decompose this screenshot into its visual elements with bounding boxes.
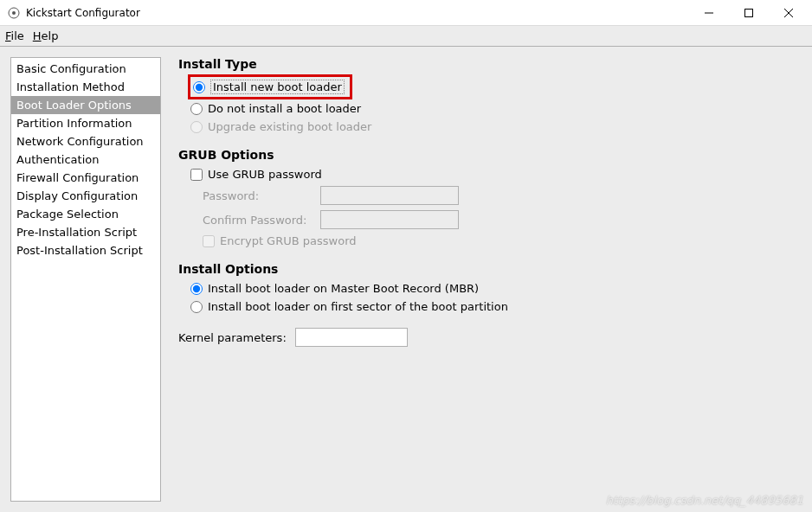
sidebar-item-installation-method[interactable]: Installation Method xyxy=(11,78,160,96)
main-panel: Install Type Install new boot loader Do … xyxy=(175,57,802,502)
row-grub-password: Password: xyxy=(178,183,798,208)
radio-first-sector[interactable] xyxy=(190,301,203,313)
app-icon xyxy=(7,6,21,20)
radio-upgrade-label: Upgrade existing boot loader xyxy=(208,120,371,133)
sidebar-item-firewall-configuration[interactable]: Firewall Configuration xyxy=(11,169,160,187)
sidebar-item-package-selection[interactable]: Package Selection xyxy=(11,205,160,223)
grub-options-heading: GRUB Options xyxy=(178,148,798,162)
kernel-parameters-label: Kernel parameters: xyxy=(178,331,287,344)
grub-password-input xyxy=(320,186,459,205)
sidebar-item-boot-loader-options[interactable]: Boot Loader Options xyxy=(11,96,160,114)
radio-install-new[interactable] xyxy=(193,81,205,93)
radio-first-sector-label: Install boot loader on first sector of t… xyxy=(208,300,508,313)
radio-upgrade xyxy=(190,121,203,133)
close-button[interactable] xyxy=(769,0,809,26)
sidebar-item-post-installation-script[interactable]: Post-Installation Script xyxy=(11,241,160,259)
row-first-sector: Install boot loader on first sector of t… xyxy=(178,298,798,316)
radio-mbr-label: Install boot loader on Master Boot Recor… xyxy=(208,282,479,295)
grub-password-label: Password: xyxy=(203,189,315,202)
sidebar-item-display-configuration[interactable]: Display Configuration xyxy=(11,187,160,205)
menubar: File Help xyxy=(0,26,812,47)
titlebar: Kickstart Configurator xyxy=(0,0,812,26)
radio-mbr[interactable] xyxy=(190,283,203,295)
sidebar-item-network-configuration[interactable]: Network Configuration xyxy=(11,132,160,150)
row-upgrade: Upgrade existing boot loader xyxy=(178,118,798,136)
install-type-group: Install Type Install new boot loader Do … xyxy=(178,57,798,136)
highlight-install-new: Install new boot loader xyxy=(188,74,352,99)
checkbox-encrypt-grub xyxy=(203,235,215,247)
svg-rect-3 xyxy=(745,9,753,16)
window-controls xyxy=(689,0,809,26)
sidebar: Basic Configuration Installation Method … xyxy=(10,57,161,502)
grub-confirm-label: Confirm Password: xyxy=(203,214,315,227)
kernel-parameters-row: Kernel parameters: xyxy=(178,328,798,347)
checkbox-encrypt-grub-label: Encrypt GRUB password xyxy=(220,234,357,247)
maximize-button[interactable] xyxy=(729,0,769,26)
menu-help[interactable]: Help xyxy=(33,29,59,42)
radio-do-not-install[interactable] xyxy=(190,103,203,115)
sidebar-item-pre-installation-script[interactable]: Pre-Installation Script xyxy=(11,223,160,241)
svg-point-1 xyxy=(12,11,16,15)
grub-options-group: GRUB Options Use GRUB password Password:… xyxy=(178,148,798,250)
row-mbr: Install boot loader on Master Boot Recor… xyxy=(178,279,798,298)
install-options-group: Install Options Install boot loader on M… xyxy=(178,262,798,316)
watermark: https://blog.csdn.net/qq_44895681 xyxy=(606,494,803,507)
row-use-grub-password: Use GRUB password xyxy=(178,165,798,183)
grub-confirm-input xyxy=(320,210,459,229)
checkbox-use-grub-password-label: Use GRUB password xyxy=(208,168,322,181)
sidebar-item-authentication[interactable]: Authentication xyxy=(11,150,160,169)
window-title: Kickstart Configurator xyxy=(26,7,689,19)
radio-install-new-label: Install new boot loader xyxy=(210,80,345,94)
row-do-not-install: Do not install a boot loader xyxy=(178,99,798,118)
radio-do-not-install-label: Do not install a boot loader xyxy=(208,102,361,115)
install-type-heading: Install Type xyxy=(178,57,798,71)
row-encrypt-grub: Encrypt GRUB password xyxy=(178,232,798,250)
menu-file[interactable]: File xyxy=(5,29,24,42)
sidebar-item-partition-information[interactable]: Partition Information xyxy=(11,114,160,132)
kernel-parameters-input[interactable] xyxy=(295,328,408,347)
minimize-button[interactable] xyxy=(689,0,729,26)
workspace: Basic Configuration Installation Method … xyxy=(0,47,812,512)
install-options-heading: Install Options xyxy=(178,262,798,276)
sidebar-item-basic-configuration[interactable]: Basic Configuration xyxy=(11,60,160,78)
row-grub-confirm: Confirm Password: xyxy=(178,208,798,232)
checkbox-use-grub-password[interactable] xyxy=(190,169,203,181)
